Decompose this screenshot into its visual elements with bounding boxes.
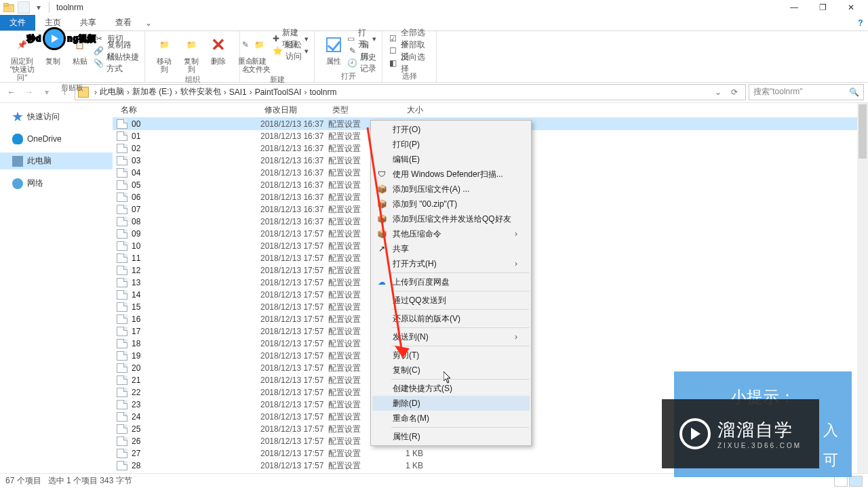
ribbon-collapse-icon[interactable]: ⌄ [141,15,156,30]
ctx-edit[interactable]: 编辑(E) [372,152,530,167]
sidebar-item-network[interactable]: 网络 [0,175,113,192]
refresh-button[interactable]: ⟳ [726,87,743,97]
newfolder-button[interactable]: 📁新建 文件夹 [245,33,273,75]
ctx-otherzip[interactable]: 📦其他压缩命令› [372,226,530,241]
file-name: 04 [132,168,260,178]
crumb[interactable]: SAI1 [229,87,247,97]
file-name: 02 [132,144,260,153]
paste-shortcut-button[interactable]: 📎粘贴快捷方式 [94,57,139,69]
ctx-print[interactable]: 打印(P) [372,137,530,152]
group-select-label: 选择 [388,71,431,82]
watermark-text: 溜溜自学 [717,418,802,442]
crumb[interactable]: toolnrm [309,87,336,97]
scrollbar[interactable] [857,103,868,473]
ctx-zip[interactable]: 📦添加到 "00.zip"(T) [372,197,530,211]
maximize-button[interactable]: ❐ [808,0,837,15]
delete-button[interactable]: ✕删除 [205,33,232,66]
paste-button[interactable]: 📋粘贴 [66,33,94,66]
folder-icon [3,1,15,14]
sidebar-item-thispc[interactable]: 此电脑 [0,152,113,169]
breadcrumb[interactable]: › 此电脑› 新加卷 (E:)› 软件安装包› SAI1› PaintToolS… [75,84,746,100]
col-size[interactable]: 大小 [393,104,434,116]
qat-item[interactable] [18,1,30,14]
file-icon [117,119,127,129]
titlebar: ▾ toolnrm — ❐ ✕ [0,0,868,15]
ctx-share[interactable]: ↗共享 [372,241,530,256]
sidebar-item-quickaccess[interactable]: 快速访问 [0,108,113,125]
help-icon[interactable]: ? [853,15,868,30]
file-icon [117,461,127,470]
tab-file[interactable]: 文件 [0,15,35,30]
file-icon [117,388,127,397]
file-icon [117,363,127,373]
file-size: 1 KB [393,449,434,458]
file-name: 28 [132,461,260,470]
status-selection: 选中 1 个项目 343 字节 [48,475,132,487]
file-name: 24 [132,412,260,422]
star-icon [12,112,23,123]
ctx-restore[interactable]: 还原以前的版本(V) [372,311,530,326]
invertselect-button[interactable]: ◧反向选择 [388,57,431,69]
sidebar-item-onedrive[interactable]: OneDrive [0,131,113,147]
minimize-button[interactable]: — [780,0,808,15]
col-name[interactable]: 名称 [117,104,260,116]
file-date: 2018/12/13 16:37 [260,217,328,226]
file-date: 2018/12/13 17:57 [260,449,328,458]
file-icon [117,400,127,409]
file-name: 10 [132,241,260,251]
chevron-right-icon: › [515,259,517,268]
ctx-archive[interactable]: 📦添加到压缩文件(A) ... [372,182,530,197]
close-button[interactable]: ✕ [837,0,865,15]
col-date[interactable]: 修改日期 [260,104,328,116]
file-date: 2018/12/13 17:57 [260,327,328,336]
file-date: 2018/12/13 17:57 [260,412,328,422]
col-type[interactable]: 类型 [328,104,393,116]
properties-button[interactable]: 属性 [320,33,347,66]
tab-view[interactable]: 查看 [106,15,141,30]
ctx-sendto[interactable]: 发送到(N)› [372,329,530,344]
tab-home[interactable]: 主页 [35,15,71,30]
file-date: 2018/12/13 17:57 [260,241,328,251]
file-date: 2018/12/13 17:57 [260,278,328,287]
file-icon [117,278,127,287]
file-name: 23 [132,400,260,409]
file-date: 2018/12/13 16:37 [260,205,328,214]
file-icon [117,156,127,165]
file-name: 00 [132,119,260,129]
qat-dropdown-icon[interactable]: ▾ [33,1,45,14]
file-icon [117,424,127,434]
history-button[interactable]: 🕘历史记录 [347,57,376,69]
crumb[interactable]: PaintToolSAI [255,87,302,97]
file-icon [117,314,127,324]
ctx-props[interactable]: 属性(R) [372,429,530,444]
ctx-qqsend[interactable]: 通过QQ发送到 [372,293,530,308]
ctx-qqzip[interactable]: 📦添加到压缩文件并发送给QQ好友 [372,211,530,226]
ctx-rename[interactable]: 重命名(M) [372,411,530,426]
file-date: 2018/12/13 17:57 [260,363,328,373]
easyaccess-button[interactable]: ⭐轻松访问 ▾ [273,45,309,57]
file-date: 2018/12/13 16:37 [260,131,328,141]
moveto-button[interactable]: 📁移动到 [151,33,178,75]
ctx-cut[interactable]: 剪切(T) [372,348,530,363]
archive-icon: 📦 [376,184,387,195]
file-date: 2018/12/13 17:57 [260,424,328,434]
ctx-baidu[interactable]: ☁上传到百度网盘 [372,274,530,289]
copy-button[interactable]: 📄复制 [39,33,66,66]
nav-pane: 快速访问 OneDrive 此电脑 网络 [0,103,113,473]
shield-icon: 🛡 [376,169,387,180]
search-input[interactable]: 搜索"toolnrm" 🔍 [749,84,864,100]
file-icon [117,266,127,275]
ctx-delete[interactable]: 删除(D) [372,396,530,411]
crumb[interactable]: 软件安装包 [180,86,221,98]
ctx-defender[interactable]: 🛡使用 Windows Defender扫描... [372,167,530,182]
tab-share[interactable]: 共享 [71,15,106,30]
pin-quickaccess-button[interactable]: 📌固定到"快速访问" [5,33,39,83]
file-name: 20 [132,363,260,373]
cloud-icon [12,134,23,144]
path-dropdown-icon[interactable]: ⌄ [710,87,726,97]
copyto-button[interactable]: 📁复制到 [178,33,205,75]
file-name: 15 [132,302,260,312]
ctx-open[interactable]: 打开(O) [372,122,530,137]
ctx-openwith[interactable]: 打开方式(H)› [372,256,530,271]
file-name: 17 [132,327,260,336]
